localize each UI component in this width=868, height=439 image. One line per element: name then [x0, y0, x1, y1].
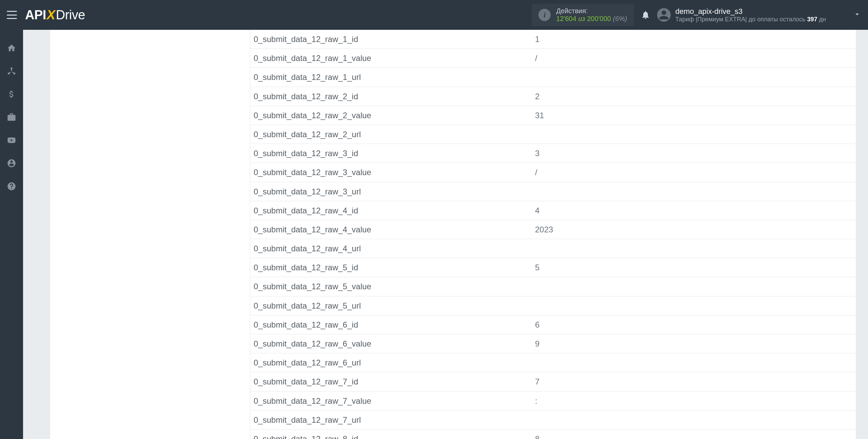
row-value [532, 239, 856, 258]
svg-point-1 [11, 67, 13, 69]
user-plan: Тариф |Премиум EXTRA| до оплаты осталось… [675, 16, 826, 23]
actions-iz: из [578, 15, 585, 22]
row-value: 9 [532, 334, 856, 353]
actions-stats: 12'604 из 200'000 (6%) [556, 15, 627, 23]
row-value: / [532, 163, 856, 182]
table-row: 0_submit_data_12_raw_3_url [250, 182, 856, 201]
row-value: 31 [532, 106, 856, 125]
row-key: 0_submit_data_12_raw_2_value [250, 106, 532, 125]
row-value: 7 [532, 372, 856, 391]
table-row: 0_submit_data_12_raw_1_id1 [250, 30, 856, 49]
table-row: 0_submit_data_12_raw_2_url [250, 125, 856, 144]
sidebar-item-billing[interactable] [0, 83, 23, 106]
row-key: 0_submit_data_12_raw_1_id [250, 30, 532, 49]
user-block[interactable]: demo_apix-drive_s3 Тариф |Премиум EXTRA|… [657, 7, 826, 23]
table-row: 0_submit_data_12_raw_8_id8 [250, 429, 856, 439]
user-plan-suffix: дн [817, 16, 826, 23]
row-value [532, 68, 856, 87]
info-icon: i [538, 9, 551, 21]
row-value [532, 182, 856, 201]
sidebar-item-profile[interactable] [0, 152, 23, 175]
table-row: 0_submit_data_12_raw_1_url [250, 68, 856, 87]
row-key: 0_submit_data_12_raw_2_id [250, 87, 532, 106]
left-panel [50, 30, 250, 439]
actions-text: Действия: 12'604 из 200'000 (6%) [556, 7, 627, 23]
row-value [532, 125, 856, 144]
actions-box[interactable]: i Действия: 12'604 из 200'000 (6%) [532, 4, 634, 26]
bell-icon[interactable] [641, 10, 650, 20]
row-value [532, 296, 856, 315]
table-row: 0_submit_data_12_raw_4_id4 [250, 201, 856, 220]
row-value: : [532, 391, 856, 410]
sidebar [0, 30, 23, 439]
table-row: 0_submit_data_12_raw_4_value2023 [250, 220, 856, 239]
row-key: 0_submit_data_12_raw_5_url [250, 296, 532, 315]
row-value [532, 410, 856, 429]
logo-x: X [47, 8, 55, 22]
user-avatar-icon [657, 8, 671, 22]
actions-total: 200'000 [587, 15, 611, 22]
row-value: 2023 [532, 220, 856, 239]
actions-label: Действия: [556, 7, 627, 15]
table-row: 0_submit_data_12_raw_6_url [250, 353, 856, 372]
row-value: 3 [532, 144, 856, 163]
data-table: 0_submit_data_12_raw_1_id10_submit_data_… [250, 30, 856, 439]
user-text: demo_apix-drive_s3 Тариф |Премиум EXTRA|… [675, 7, 826, 23]
actions-pct: (6%) [613, 15, 627, 22]
user-name: demo_apix-drive_s3 [675, 7, 826, 16]
table-row: 0_submit_data_12_raw_2_id2 [250, 87, 856, 106]
left-space [23, 30, 50, 439]
row-value: 1 [532, 30, 856, 49]
row-value: 6 [532, 315, 856, 334]
row-value [532, 353, 856, 372]
row-key: 0_submit_data_12_raw_3_id [250, 144, 532, 163]
table-row: 0_submit_data_12_raw_7_id7 [250, 372, 856, 391]
row-key: 0_submit_data_12_raw_4_url [250, 239, 532, 258]
logo-drive: Drive [56, 8, 85, 22]
row-value: 4 [532, 201, 856, 220]
table-row: 0_submit_data_12_raw_4_url [250, 239, 856, 258]
actions-used: 12'604 [556, 15, 576, 22]
data-panel[interactable]: 0_submit_data_12_raw_1_id10_submit_data_… [250, 30, 856, 439]
table-row: 0_submit_data_12_raw_5_value [250, 277, 856, 296]
table-row: 0_submit_data_12_raw_3_id3 [250, 144, 856, 163]
row-value: / [532, 49, 856, 68]
row-key: 0_submit_data_12_raw_8_id [250, 429, 532, 439]
table-row: 0_submit_data_12_raw_6_value9 [250, 334, 856, 353]
logo-api: API [25, 8, 46, 22]
user-plan-prefix: Тариф |Премиум EXTRA| до оплаты осталось [675, 16, 807, 23]
sidebar-item-connections[interactable] [0, 60, 23, 83]
sidebar-item-youtube[interactable] [0, 129, 23, 152]
row-key: 0_submit_data_12_raw_3_value [250, 163, 532, 182]
menu-toggle-icon[interactable] [7, 11, 17, 19]
sidebar-item-home[interactable] [0, 37, 23, 60]
row-key: 0_submit_data_12_raw_6_url [250, 353, 532, 372]
row-key: 0_submit_data_12_raw_5_id [250, 258, 532, 277]
chevron-down-icon[interactable] [853, 10, 861, 20]
row-key: 0_submit_data_12_raw_1_url [250, 68, 532, 87]
sidebar-item-briefcase[interactable] [0, 106, 23, 129]
table-row: 0_submit_data_12_raw_3_value/ [250, 163, 856, 182]
table-row: 0_submit_data_12_raw_5_url [250, 296, 856, 315]
sidebar-item-help[interactable] [0, 175, 23, 198]
row-key: 0_submit_data_12_raw_4_id [250, 201, 532, 220]
layout: 0_submit_data_12_raw_1_id10_submit_data_… [0, 30, 868, 439]
row-value: 2 [532, 87, 856, 106]
row-key: 0_submit_data_12_raw_2_url [250, 125, 532, 144]
right-space [856, 30, 868, 439]
table-row: 0_submit_data_12_raw_1_value/ [250, 49, 856, 68]
row-key: 0_submit_data_12_raw_7_id [250, 372, 532, 391]
logo[interactable]: APIXDrive [25, 8, 85, 22]
row-key: 0_submit_data_12_raw_7_url [250, 410, 532, 429]
table-row: 0_submit_data_12_raw_7_value: [250, 391, 856, 410]
row-key: 0_submit_data_12_raw_1_value [250, 49, 532, 68]
row-key: 0_submit_data_12_raw_4_value [250, 220, 532, 239]
row-key: 0_submit_data_12_raw_3_url [250, 182, 532, 201]
row-key: 0_submit_data_12_raw_7_value [250, 391, 532, 410]
table-row: 0_submit_data_12_raw_7_url [250, 410, 856, 429]
row-value: 8 [532, 429, 856, 439]
row-value: 5 [532, 258, 856, 277]
table-row: 0_submit_data_12_raw_5_id5 [250, 258, 856, 277]
row-key: 0_submit_data_12_raw_6_id [250, 315, 532, 334]
header-right: i Действия: 12'604 из 200'000 (6%) demo_… [532, 4, 861, 26]
